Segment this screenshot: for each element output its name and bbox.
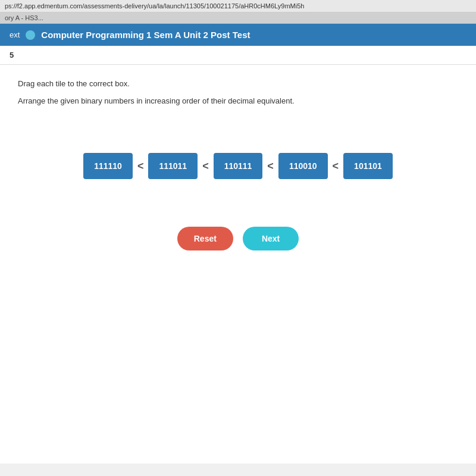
browser-tab: ory A - HS3... [0, 12, 476, 24]
drag-instruction: Drag each tile to the correct box. [18, 79, 458, 88]
question-number-bar: 5 [0, 46, 476, 65]
next-button[interactable]: Next [243, 227, 299, 250]
separator-2: < [265, 160, 276, 173]
separator-1: < [200, 160, 211, 173]
separator-3: < [330, 160, 342, 173]
header-title: Computer Programming 1 Sem A Unit 2 Post… [41, 30, 250, 40]
header-bar: ext Computer Programming 1 Sem A Unit 2 … [0, 24, 476, 46]
info-icon[interactable] [26, 30, 35, 40]
content-area: Drag each tile to the correct box. Arran… [0, 65, 476, 464]
reset-button[interactable]: Reset [177, 227, 233, 250]
tile-0[interactable]: 111110 [83, 153, 133, 179]
tile-1[interactable]: 111011 [148, 153, 198, 179]
buttons-row: Reset Next [18, 227, 458, 250]
tile-4[interactable]: 101101 [343, 153, 393, 179]
arrange-instruction: Arrange the given binary numbers in incr… [18, 96, 458, 105]
tile-2[interactable]: 110111 [214, 153, 263, 179]
tile-3[interactable]: 110010 [278, 153, 328, 179]
tiles-row: 111110 < 111011 < 110111 < 110010 < 1011… [18, 153, 458, 179]
browser-url-bar: ps://f2.app.edmentum.com/assessments-del… [0, 0, 476, 12]
ext-label: ext [10, 30, 20, 39]
separator-0: < [135, 160, 146, 173]
